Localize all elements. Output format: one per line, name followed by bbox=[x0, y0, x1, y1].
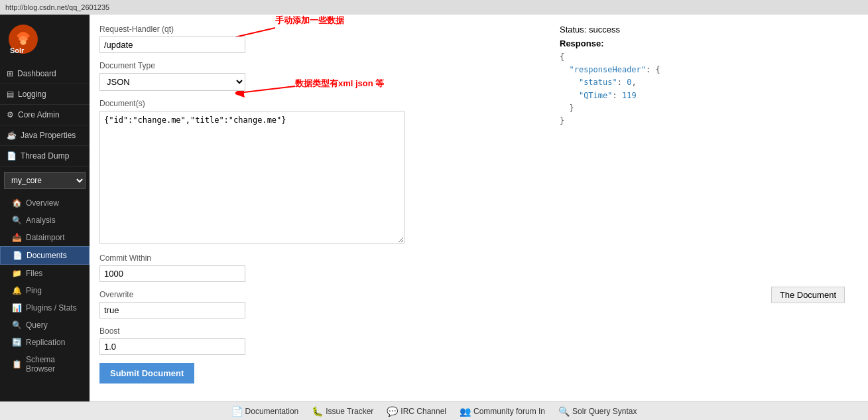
boost-label: Boost bbox=[99, 326, 858, 336]
sidebar: Solr ⊞ Dashboard ▤ Logging ⚙ Core Admin … bbox=[0, 15, 90, 401]
query-icon: 🔍 bbox=[12, 320, 22, 330]
svg-text:Solr: Solr bbox=[10, 46, 25, 54]
footer-community-forum[interactable]: 👥 Community forum In bbox=[460, 406, 545, 417]
dataimport-icon: 📥 bbox=[12, 233, 22, 242]
content-area: 手动添加一些数据 数据类型有xml json 等 数据字段一定有要和schema… bbox=[90, 15, 868, 401]
sidebar-item-thread-dump[interactable]: 📄 Thread Dump bbox=[0, 146, 90, 167]
sidebar-sub-item-files-label: Files bbox=[26, 269, 42, 278]
sidebar-logo: Solr bbox=[0, 15, 90, 64]
ping-icon: 🔔 bbox=[12, 286, 22, 295]
sidebar-item-dashboard[interactable]: ⊞ Dashboard bbox=[0, 64, 90, 84]
sidebar-sub-item-replication-label: Replication bbox=[26, 338, 65, 347]
sidebar-item-logging[interactable]: ▤ Logging bbox=[0, 84, 90, 105]
footer-issue-tracker[interactable]: 🐛 Issue Tracker bbox=[312, 406, 373, 417]
footer-community-forum-label: Community forum In bbox=[473, 407, 545, 416]
request-handler-input[interactable] bbox=[99, 36, 245, 53]
overwrite-label: Overwrite bbox=[99, 290, 858, 299]
response-line-4: "QTime": 119 bbox=[560, 90, 858, 102]
sidebar-sub-item-query[interactable]: 🔍 Query bbox=[0, 316, 90, 334]
submit-document-button[interactable]: Submit Document bbox=[99, 363, 194, 384]
analysis-icon: 🔍 bbox=[12, 216, 22, 225]
sidebar-sub-item-analysis[interactable]: 🔍 Analysis bbox=[0, 212, 90, 229]
submit-row: Submit Document bbox=[99, 363, 858, 384]
sidebar-sub-item-ping[interactable]: 🔔 Ping bbox=[0, 282, 90, 299]
browser-url: http://blog.csdn.net/qq_2601235 bbox=[5, 3, 109, 11]
footer-issue-tracker-label: Issue Tracker bbox=[326, 407, 373, 416]
boost-input[interactable] bbox=[99, 338, 245, 355]
core-selector[interactable]: my_core bbox=[4, 172, 86, 189]
response-status-label: Status: bbox=[560, 25, 586, 35]
sidebar-item-java-properties[interactable]: ☕ Java Properties bbox=[0, 125, 90, 146]
overwrite-row: Overwrite bbox=[99, 290, 858, 318]
core-admin-icon: ⚙ bbox=[7, 110, 14, 119]
sidebar-sub-item-overview[interactable]: 🏠 Overview bbox=[0, 194, 90, 212]
footer-solr-query-syntax-label: Solr Query Syntax bbox=[572, 407, 637, 416]
response-status-value: success bbox=[589, 25, 620, 35]
sidebar-sub-item-dataimport[interactable]: 📥 Dataimport bbox=[0, 229, 90, 246]
irc-channel-icon: 💬 bbox=[387, 406, 398, 417]
browser-bar: http://blog.csdn.net/qq_2601235 bbox=[0, 0, 868, 15]
commit-within-input[interactable] bbox=[99, 265, 245, 282]
sidebar-sub-item-schema-browser-label: Schema Browser bbox=[26, 355, 83, 374]
java-properties-icon: ☕ bbox=[7, 131, 17, 140]
response-line-3: "status": 0, bbox=[560, 76, 858, 89]
footer-documentation-label: Documentation bbox=[245, 407, 299, 416]
sidebar-sub-item-schema-browser[interactable]: 📋 Schema Browser bbox=[0, 351, 90, 378]
commit-within-label: Commit Within bbox=[99, 253, 858, 263]
commit-within-row: Commit Within bbox=[99, 253, 858, 282]
sidebar-sub-item-ping-label: Ping bbox=[26, 286, 42, 295]
response-panel: Status: success Response: { "responseHea… bbox=[560, 25, 858, 127]
the-document-button[interactable]: The Document bbox=[771, 287, 845, 303]
sidebar-sub-item-plugins-stats-label: Plugins / Stats bbox=[26, 303, 77, 313]
footer-irc-channel-label: IRC Channel bbox=[401, 407, 446, 416]
files-icon: 📁 bbox=[12, 269, 22, 278]
response-body: { "responseHeader": { "status": 0, "QTim… bbox=[560, 51, 858, 127]
solr-query-syntax-icon: 🔍 bbox=[558, 406, 570, 417]
response-line-6: } bbox=[560, 115, 858, 127]
documents-textarea[interactable]: {"id":"change.me","title":"change.me"} bbox=[99, 111, 404, 244]
sidebar-item-dashboard-label: Dashboard bbox=[17, 69, 56, 78]
sidebar-sub-item-query-label: Query bbox=[26, 320, 48, 330]
overview-icon: 🏠 bbox=[12, 198, 22, 208]
documentation-icon: 📄 bbox=[231, 406, 243, 417]
response-label: Response: bbox=[560, 38, 858, 48]
sidebar-sub-item-plugins-stats[interactable]: 📊 Plugins / Stats bbox=[0, 299, 90, 316]
document-type-select[interactable]: JSON XML CSV SOLR bbox=[99, 73, 245, 91]
solr-logo-icon: Solr bbox=[7, 23, 40, 56]
sidebar-sub-item-files[interactable]: 📁 Files bbox=[0, 265, 90, 282]
sidebar-sub-item-replication[interactable]: 🔄 Replication bbox=[0, 334, 90, 351]
footer: 📄 Documentation 🐛 Issue Tracker 💬 IRC Ch… bbox=[0, 401, 868, 420]
documents-icon: 📄 bbox=[13, 251, 23, 260]
issue-tracker-icon: 🐛 bbox=[312, 406, 323, 417]
sidebar-item-java-properties-label: Java Properties bbox=[21, 131, 76, 140]
thread-dump-icon: 📄 bbox=[7, 151, 17, 161]
sidebar-item-logging-label: Logging bbox=[18, 90, 46, 99]
response-status: Status: success bbox=[560, 25, 858, 35]
community-forum-icon: 👥 bbox=[460, 406, 471, 417]
sidebar-item-core-admin[interactable]: ⚙ Core Admin bbox=[0, 105, 90, 125]
sidebar-item-thread-dump-label: Thread Dump bbox=[21, 151, 69, 161]
sidebar-sub-item-documents-label: Documents bbox=[27, 251, 67, 260]
response-line-1: { bbox=[560, 51, 858, 64]
replication-icon: 🔄 bbox=[12, 338, 22, 347]
sidebar-sub-item-overview-label: Overview bbox=[26, 198, 59, 208]
response-line-2: "responseHeader": { bbox=[560, 64, 858, 76]
schema-browser-icon: 📋 bbox=[12, 360, 22, 369]
boost-row: Boost bbox=[99, 326, 858, 355]
response-line-5: } bbox=[560, 102, 858, 115]
footer-solr-query-syntax[interactable]: 🔍 Solr Query Syntax bbox=[558, 406, 637, 417]
plugins-stats-icon: 📊 bbox=[12, 303, 22, 313]
sidebar-sub-item-analysis-label: Analysis bbox=[26, 216, 56, 225]
overwrite-input[interactable] bbox=[99, 302, 245, 318]
footer-irc-channel[interactable]: 💬 IRC Channel bbox=[387, 406, 446, 417]
logging-icon: ▤ bbox=[7, 90, 14, 99]
sidebar-sub-item-documents[interactable]: 📄 Documents bbox=[0, 246, 90, 265]
dashboard-icon: ⊞ bbox=[7, 69, 13, 78]
footer-documentation[interactable]: 📄 Documentation bbox=[231, 406, 299, 417]
sidebar-item-core-admin-label: Core Admin bbox=[18, 110, 60, 119]
sidebar-sub-item-dataimport-label: Dataimport bbox=[26, 233, 65, 242]
